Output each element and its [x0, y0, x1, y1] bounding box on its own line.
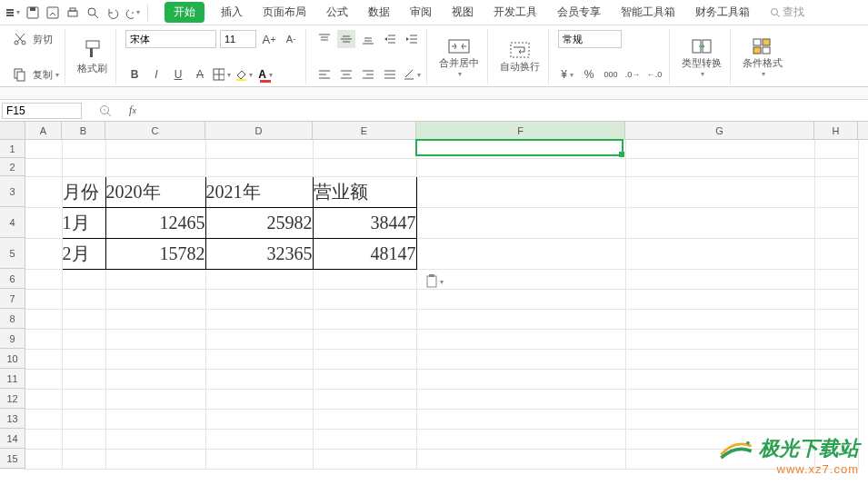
- cell-D8[interactable]: [205, 309, 313, 329]
- cell-C6[interactable]: [105, 269, 205, 289]
- cell-C2[interactable]: [105, 158, 205, 176]
- cell-G12[interactable]: [625, 389, 814, 409]
- strikethrough-icon[interactable]: A: [191, 65, 209, 84]
- cell-A14[interactable]: [25, 429, 62, 449]
- cell-E15[interactable]: [313, 449, 416, 469]
- cell-F12[interactable]: [416, 389, 625, 409]
- cell-D3[interactable]: 2021年: [205, 176, 313, 207]
- cell-H7[interactable]: [814, 289, 858, 309]
- cut-icon[interactable]: [11, 30, 29, 48]
- cell-E2[interactable]: [313, 158, 416, 176]
- cancel-edit-icon[interactable]: [96, 102, 115, 120]
- tab-page-layout[interactable]: 页面布局: [259, 1, 310, 24]
- increase-font-icon[interactable]: A+: [260, 30, 278, 48]
- select-all-corner[interactable]: [0, 122, 25, 139]
- fill-color-icon[interactable]: [234, 65, 253, 84]
- currency-icon[interactable]: ¥: [558, 65, 576, 84]
- cell-E9[interactable]: [313, 329, 416, 349]
- cell-F8[interactable]: [416, 309, 625, 329]
- cell-D10[interactable]: [205, 349, 313, 369]
- underline-icon[interactable]: U: [169, 65, 187, 84]
- cell-A6[interactable]: [25, 269, 62, 289]
- cell-A9[interactable]: [25, 329, 62, 349]
- orientation-icon[interactable]: [403, 65, 421, 84]
- cell-E13[interactable]: [313, 409, 416, 429]
- cell-D6[interactable]: [205, 269, 313, 289]
- align-bottom-icon[interactable]: [359, 30, 377, 48]
- conditional-format-button[interactable]: 条件格式: [740, 36, 785, 78]
- cell-D1[interactable]: [205, 140, 313, 158]
- column-header-C[interactable]: C: [105, 122, 205, 139]
- row-header-9[interactable]: 9: [0, 329, 25, 349]
- cell-C13[interactable]: [105, 409, 205, 429]
- cell-B7[interactable]: [62, 289, 105, 309]
- row-header-12[interactable]: 12: [0, 389, 25, 409]
- cell-G4[interactable]: [625, 207, 814, 238]
- cell-A13[interactable]: [25, 409, 62, 429]
- cell-D14[interactable]: [205, 429, 313, 449]
- cell-H10[interactable]: [814, 349, 858, 369]
- cell-E5[interactable]: 48147: [313, 238, 416, 269]
- cell-G11[interactable]: [625, 369, 814, 389]
- cell-C12[interactable]: [105, 389, 205, 409]
- row-header-15[interactable]: 15: [0, 449, 25, 469]
- cell-F13[interactable]: [416, 409, 625, 429]
- cell-A3[interactable]: [25, 176, 62, 207]
- copy-label[interactable]: 复制: [33, 68, 59, 82]
- cell-D11[interactable]: [205, 369, 313, 389]
- decrease-indent-icon[interactable]: [381, 30, 399, 48]
- cell-C7[interactable]: [105, 289, 205, 309]
- cell-B8[interactable]: [62, 309, 105, 329]
- cell-C5[interactable]: 15782: [105, 238, 205, 269]
- cell-G3[interactable]: [625, 176, 814, 207]
- cell-C15[interactable]: [105, 449, 205, 469]
- decrease-font-icon[interactable]: A-: [282, 30, 300, 48]
- align-top-icon[interactable]: [315, 30, 334, 48]
- row-header-14[interactable]: 14: [0, 429, 25, 449]
- cell-E11[interactable]: [313, 369, 416, 389]
- column-header-E[interactable]: E: [313, 122, 416, 139]
- cell-C11[interactable]: [105, 369, 205, 389]
- cell-E12[interactable]: [313, 389, 416, 409]
- increase-indent-icon[interactable]: [403, 30, 421, 48]
- cell-D5[interactable]: 32365: [205, 238, 313, 269]
- align-left-icon[interactable]: [315, 65, 334, 84]
- row-header-13[interactable]: 13: [0, 409, 25, 429]
- cell-C4[interactable]: 12465: [105, 207, 205, 238]
- cell-G2[interactable]: [625, 158, 814, 176]
- column-header-D[interactable]: D: [205, 122, 313, 139]
- merge-center-button[interactable]: 合并居中: [436, 36, 482, 78]
- app-menu-icon[interactable]: [5, 5, 20, 20]
- bold-icon[interactable]: B: [125, 65, 144, 84]
- cell-A7[interactable]: [25, 289, 62, 309]
- cell-G6[interactable]: [625, 269, 814, 289]
- cell-A10[interactable]: [25, 349, 62, 369]
- cell-A4[interactable]: [25, 207, 62, 238]
- copy-icon[interactable]: [11, 65, 29, 84]
- tab-insert[interactable]: 插入: [217, 1, 246, 24]
- cell-C14[interactable]: [105, 429, 205, 449]
- undo-icon[interactable]: [105, 5, 120, 20]
- cell-B6[interactable]: [62, 269, 105, 289]
- cell-F1[interactable]: [416, 140, 625, 158]
- cell-B5[interactable]: 2月: [62, 238, 105, 269]
- cell-E14[interactable]: [313, 429, 416, 449]
- cell-D13[interactable]: [205, 409, 313, 429]
- cell-F15[interactable]: [416, 449, 625, 469]
- cell-F4[interactable]: [416, 207, 625, 238]
- tab-view[interactable]: 视图: [448, 1, 477, 24]
- cell-F5[interactable]: [416, 238, 625, 269]
- number-format-select[interactable]: [558, 30, 622, 48]
- wrap-text-button[interactable]: 自动换行: [497, 40, 543, 74]
- cell-C1[interactable]: [105, 140, 205, 158]
- cell-A15[interactable]: [25, 449, 62, 469]
- cell-H11[interactable]: [814, 369, 858, 389]
- cell-F3[interactable]: [416, 176, 625, 207]
- cell-D9[interactable]: [205, 329, 313, 349]
- cells-area[interactable]: 月份2020年2021年营业额1月1246525982384472月157823…: [25, 140, 859, 470]
- cell-E4[interactable]: 38447: [313, 207, 416, 238]
- cell-E6[interactable]: [313, 269, 416, 289]
- cell-G1[interactable]: [625, 140, 814, 158]
- decrease-decimal-icon[interactable]: ←.0: [645, 65, 663, 84]
- column-header-A[interactable]: A: [25, 122, 62, 139]
